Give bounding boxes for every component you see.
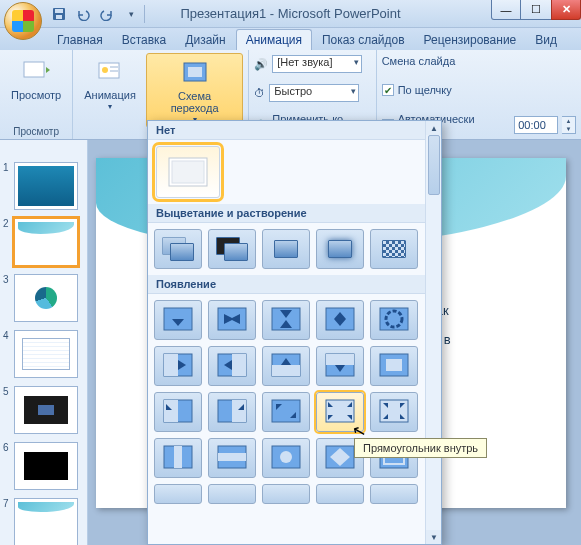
preview-button[interactable]: Просмотр	[5, 53, 67, 103]
tab-slideshow[interactable]: Показ слайдов	[313, 30, 414, 50]
scroll-up-icon[interactable]: ▲	[426, 121, 442, 135]
thumb-row[interactable]: 1	[0, 158, 87, 214]
transition-wipe[interactable]	[370, 300, 418, 340]
svg-rect-36	[386, 359, 402, 371]
office-button[interactable]	[4, 2, 42, 40]
transition-wipe[interactable]	[262, 300, 310, 340]
transition-wipe[interactable]	[208, 392, 256, 432]
transition-wipe[interactable]	[262, 346, 310, 386]
save-icon[interactable]	[48, 3, 70, 25]
sound-icon: 🔊	[254, 58, 268, 71]
transition-fade-5[interactable]	[370, 229, 418, 269]
preview-icon	[20, 55, 52, 87]
transition-scheme-button[interactable]: Схема перехода ▾	[146, 53, 243, 128]
slide-thumbnails-pane: 1 2 3 4 5 6 7	[0, 140, 88, 545]
transition-box-out[interactable]	[370, 392, 418, 432]
svg-rect-8	[188, 67, 202, 77]
svg-rect-41	[232, 400, 246, 422]
thumb-row[interactable]: 5	[0, 382, 87, 438]
redo-icon[interactable]	[96, 3, 118, 25]
transition-wipe[interactable]	[262, 438, 310, 478]
animate-button[interactable]: Анимация ▾	[78, 53, 142, 114]
qat-separator	[144, 5, 145, 23]
transition-wipe[interactable]	[370, 346, 418, 386]
tab-home[interactable]: Главная	[48, 30, 112, 50]
animate-label: Анимация	[84, 89, 136, 101]
transition-wipe[interactable]	[316, 300, 364, 340]
thumb-row[interactable]: 7	[0, 494, 87, 545]
on-click-checkbox[interactable]: ✔	[382, 84, 394, 96]
slide-thumb-3[interactable]	[14, 274, 78, 322]
time-spinner[interactable]: ▲▼	[562, 116, 576, 134]
window-controls: — ☐ ✕	[491, 0, 581, 20]
gallery-section-wipe: Появление	[148, 275, 441, 294]
transition-wipe[interactable]	[370, 484, 418, 504]
quick-access-toolbar: ▾	[48, 3, 142, 25]
transition-wipe[interactable]	[154, 438, 202, 478]
scroll-down-icon[interactable]: ▼	[426, 530, 442, 544]
speed-icon: ⏱	[254, 87, 265, 99]
advance-header: Смена слайда	[382, 55, 456, 67]
slide-thumb-2[interactable]	[14, 218, 78, 266]
slide-thumb-6[interactable]	[14, 442, 78, 490]
auto-time-field[interactable]: 00:00	[514, 116, 558, 134]
minimize-button[interactable]: —	[491, 0, 521, 20]
speed-combo[interactable]: Быстро	[269, 84, 359, 102]
transition-wipe[interactable]	[208, 484, 256, 504]
transition-tooltip: Прямоугольник внутрь	[354, 438, 487, 458]
scroll-thumb[interactable]	[428, 135, 440, 195]
svg-rect-10	[172, 161, 204, 183]
svg-rect-38	[164, 400, 178, 422]
svg-rect-59	[218, 453, 246, 461]
svg-rect-43	[272, 400, 300, 422]
tab-animations[interactable]: Анимация	[236, 29, 312, 50]
transition-wipe[interactable]	[262, 392, 310, 432]
slide-thumb-5[interactable]	[14, 386, 78, 434]
titlebar: ▾ Презентация1 - Microsoft PowerPoint — …	[0, 0, 581, 28]
transition-wipe[interactable]	[154, 484, 202, 504]
svg-rect-1	[55, 9, 63, 13]
svg-rect-57	[174, 446, 182, 468]
gallery-wipe-grid	[148, 294, 441, 510]
thumb-row[interactable]: 6	[0, 438, 87, 494]
transition-wipe[interactable]	[208, 300, 256, 340]
sound-row: 🔊 [Нет звука]	[254, 55, 362, 73]
transition-scheme-icon	[179, 56, 211, 88]
tab-view[interactable]: Вид	[526, 30, 566, 50]
transition-wipe[interactable]	[316, 346, 364, 386]
transition-none[interactable]	[156, 146, 220, 198]
sound-combo[interactable]: [Нет звука]	[272, 55, 362, 73]
thumb-row[interactable]: 3	[0, 270, 87, 326]
transition-fade-1[interactable]	[154, 229, 202, 269]
transition-wipe[interactable]	[154, 346, 202, 386]
transition-wipe[interactable]	[262, 484, 310, 504]
transition-wipe[interactable]	[316, 484, 364, 504]
transition-wipe[interactable]	[154, 300, 202, 340]
on-click-row[interactable]: ✔ По щелчку	[382, 84, 452, 96]
transition-fade-3[interactable]	[262, 229, 310, 269]
maximize-button[interactable]: ☐	[521, 0, 551, 20]
transition-gallery: Нет Выцветание и растворение Появление	[147, 120, 442, 545]
transition-wipe[interactable]	[208, 346, 256, 386]
tab-insert[interactable]: Вставка	[113, 30, 176, 50]
svg-point-6	[102, 67, 108, 73]
transition-wipe[interactable]	[154, 392, 202, 432]
slide-thumb-1[interactable]	[14, 162, 78, 210]
slide-thumb-4[interactable]	[14, 330, 78, 378]
transition-wipe[interactable]	[208, 438, 256, 478]
transition-fade-4[interactable]	[316, 229, 364, 269]
undo-icon[interactable]	[72, 3, 94, 25]
qat-customize-icon[interactable]: ▾	[120, 3, 142, 25]
transition-fade-2[interactable]	[208, 229, 256, 269]
dropdown-icon: ▾	[108, 103, 112, 112]
tab-review[interactable]: Рецензирование	[415, 30, 526, 50]
tab-design[interactable]: Дизайн	[176, 30, 234, 50]
gallery-scrollbar[interactable]: ▲ ▼	[425, 121, 441, 544]
scheme-label: Схема перехода	[153, 90, 236, 114]
svg-rect-30	[272, 365, 300, 376]
thumb-row[interactable]: 2	[0, 214, 87, 270]
thumb-row[interactable]: 4	[0, 326, 87, 382]
slide-thumb-7[interactable]	[14, 498, 78, 545]
ribbon-tabs: Главная Вставка Дизайн Анимация Показ сл…	[0, 28, 581, 50]
close-button[interactable]: ✕	[551, 0, 581, 20]
